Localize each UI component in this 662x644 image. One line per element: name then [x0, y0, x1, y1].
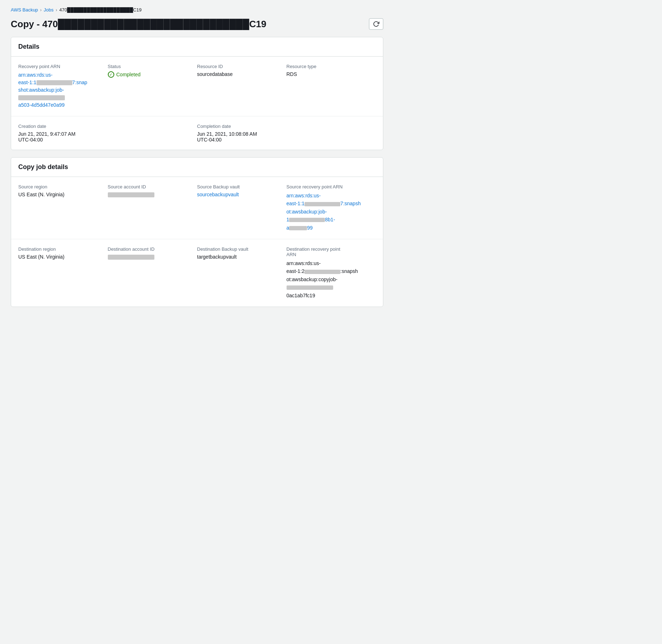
recovery-point-arn-value[interactable]: arn:aws:rds:us-east-1:17:snapshot:awsbac…	[18, 71, 108, 109]
source-backup-vault-label: Source Backup vault	[197, 184, 287, 189]
copy-job-details-card-header: Copy job details	[11, 158, 383, 177]
source-recovery-point-arn-item: Source recovery point ARN arn:aws:rds:us…	[287, 184, 376, 232]
page-title: Copy - 470█████████████████████████████C…	[11, 19, 266, 30]
resource-id-label: Resource ID	[197, 64, 287, 69]
copy-job-details-card: Copy job details Source region US East (…	[11, 157, 383, 307]
source-account-id-label: Source account ID	[108, 184, 197, 189]
source-recovery-point-arn-value[interactable]: arn:aws:rds:us-east-1:17:snapshot:awsbac…	[287, 192, 376, 232]
breadcrumb-sep-2: ›	[56, 8, 57, 13]
source-region-label: Source region	[18, 184, 108, 189]
source-region-value: US East (N. Virginia)	[18, 192, 108, 197]
destination-region-label: Destination region	[18, 246, 108, 252]
destination-region-value: US East (N. Virginia)	[18, 254, 108, 260]
source-account-id-item: Source account ID	[108, 184, 197, 232]
breadcrumb-jobs[interactable]: Jobs	[44, 7, 53, 13]
source-account-id-value	[108, 192, 197, 197]
resource-type-item: Resource type RDS	[287, 64, 376, 109]
resource-type-label: Resource type	[287, 64, 376, 69]
page-header: Copy - 470█████████████████████████████C…	[11, 18, 383, 30]
breadcrumb-sep-1: ›	[40, 8, 42, 13]
creation-date-item: Creation date Jun 21, 2021, 9:47:07 AM U…	[18, 124, 197, 143]
details-card: Details Recovery point ARN arn:aws:rds:u…	[11, 37, 383, 150]
destination-recovery-point-arn-label: Destination recovery pointARN	[287, 246, 376, 257]
destination-account-id-label: Destination account ID	[108, 246, 197, 252]
destination-recovery-point-arn-value: arn:aws:rds:us-east-1:2:snapshot:awsback…	[287, 259, 376, 299]
destination-backup-vault-label: Destination Backup vault	[197, 246, 287, 252]
completion-date-value: Jun 21, 2021, 10:08:08 AM UTC-04:00	[197, 131, 376, 143]
source-region-item: Source region US East (N. Virginia)	[18, 184, 108, 232]
details-card-header: Details	[11, 37, 383, 57]
destination-recovery-point-arn-item: Destination recovery pointARN arn:aws:rd…	[287, 246, 376, 299]
creation-date-label: Creation date	[18, 124, 197, 129]
destination-account-id-value	[108, 254, 197, 260]
status-item: Status ✓ Completed	[108, 64, 197, 109]
breadcrumb-current: 470████████████████████C19	[59, 7, 142, 13]
copy-job-details-card-body: Source region US East (N. Virginia) Sour…	[11, 177, 383, 307]
status-completed-icon: ✓	[108, 71, 114, 78]
completion-date-label: Completion date	[197, 124, 376, 129]
recovery-point-arn-item: Recovery point ARN arn:aws:rds:us-east-1…	[18, 64, 108, 109]
resource-id-value: sourcedatabase	[197, 71, 287, 77]
completion-date-item: Completion date Jun 21, 2021, 10:08:08 A…	[197, 124, 376, 143]
copy-job-details-title: Copy job details	[18, 163, 68, 170]
source-backup-vault-item: Source Backup vault sourcebackupvault	[197, 184, 287, 232]
details-row-2: Creation date Jun 21, 2021, 9:47:07 AM U…	[11, 116, 383, 150]
resource-type-value: RDS	[287, 71, 376, 77]
destination-backup-vault-value: targetbackupvault	[197, 254, 287, 260]
status-value: ✓ Completed	[108, 71, 197, 78]
breadcrumb-aws-backup[interactable]: AWS Backup	[11, 7, 38, 13]
resource-id-item: Resource ID sourcedatabase	[197, 64, 287, 109]
status-label: Status	[108, 64, 197, 69]
copy-job-row-2: Destination region US East (N. Virginia)…	[11, 239, 383, 307]
copy-job-row-1: Source region US East (N. Virginia) Sour…	[11, 177, 383, 239]
details-card-title: Details	[18, 43, 39, 50]
breadcrumb: AWS Backup › Jobs › 470█████████████████…	[11, 7, 383, 13]
recovery-point-arn-label: Recovery point ARN	[18, 64, 108, 69]
source-recovery-point-arn-label: Source recovery point ARN	[287, 184, 376, 189]
source-backup-vault-value[interactable]: sourcebackupvault	[197, 192, 287, 197]
destination-region-item: Destination region US East (N. Virginia)	[18, 246, 108, 299]
refresh-button[interactable]	[369, 18, 383, 30]
creation-date-value: Jun 21, 2021, 9:47:07 AM UTC-04:00	[18, 131, 197, 143]
details-row-1: Recovery point ARN arn:aws:rds:us-east-1…	[11, 57, 383, 116]
details-card-body: Recovery point ARN arn:aws:rds:us-east-1…	[11, 57, 383, 150]
destination-account-id-item: Destination account ID	[108, 246, 197, 299]
destination-backup-vault-item: Destination Backup vault targetbackupvau…	[197, 246, 287, 299]
